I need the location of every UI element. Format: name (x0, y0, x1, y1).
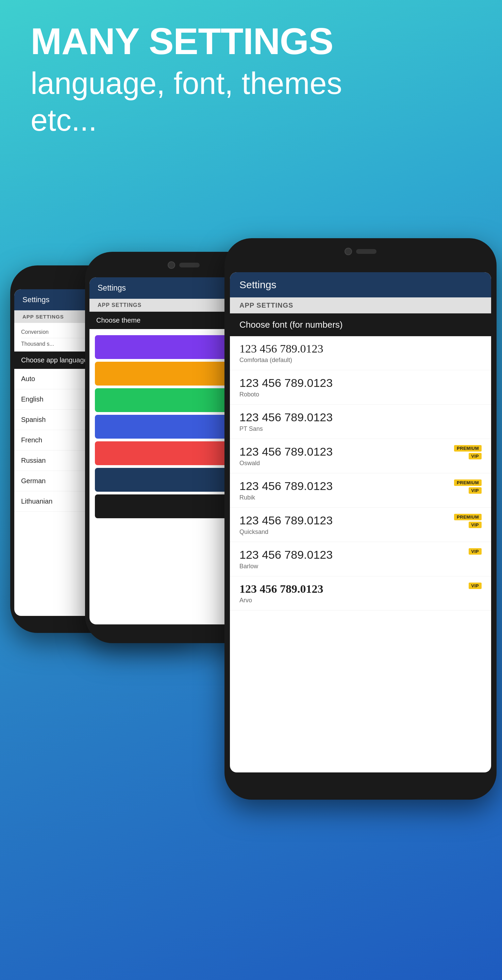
font-sample-comfortaa: 123 456 789.0123 (240, 342, 481, 355)
phones-container: Settings APP SETTINGS Conversion Thousan… (10, 238, 492, 953)
phone-2-speaker (179, 263, 200, 267)
font-item-quicksand[interactable]: 123 456 789.0123 Quicksand PREMIUM VIP (230, 508, 491, 542)
arvo-vip-badge: VIP (469, 582, 481, 589)
arvo-badges: VIP (469, 582, 481, 589)
font-name-comfortaa: Comfortaa (default) (240, 356, 481, 364)
font-name-arvo: Arvo (240, 597, 481, 604)
main-subtitle: language, font, themesetc... (30, 65, 342, 138)
font-item-comfortaa[interactable]: 123 456 789.0123 Comfortaa (default) (230, 336, 491, 370)
font-sample-ptsans: 123 456 789.0123 (240, 411, 481, 424)
phone-2-notch (168, 261, 200, 269)
phone-3-notch (345, 248, 376, 255)
font-item-roboto[interactable]: 123 456 789.0123 Roboto (230, 370, 491, 404)
quicksand-vip-badge: VIP (469, 522, 481, 528)
phone-3-section: APP SETTINGS (230, 298, 491, 313)
font-name-ptsans: PT Sans (240, 425, 481, 433)
barlow-vip-badge: VIP (469, 548, 481, 555)
font-name-oswald: Oswald (240, 460, 481, 467)
font-item-rubik[interactable]: 123 456 789.0123 Rubik PREMIUM VIP (230, 473, 491, 508)
rubik-vip-badge: VIP (469, 487, 481, 494)
oswald-premium-badge: PREMIUM (454, 445, 481, 452)
font-sample-rubik: 123 456 789.0123 (240, 479, 481, 493)
rubik-premium-badge: PREMIUM (454, 479, 481, 486)
header-section: MANY SETTINGS language, font, themesetc.… (30, 21, 342, 138)
font-item-barlow[interactable]: 123 456 789.0123 Barlow VIP (230, 542, 491, 576)
font-name-rubik: Rubik (240, 494, 481, 501)
main-title: MANY SETTINGS (30, 21, 342, 62)
oswald-vip-badge: VIP (469, 453, 481, 460)
font-name-barlow: Barlow (240, 563, 481, 570)
font-item-arvo[interactable]: 123 456 789.0123 Arvo VIP (230, 576, 491, 611)
font-sample-arvo: 123 456 789.0123 (240, 582, 481, 595)
font-item-ptsans[interactable]: 123 456 789.0123 PT Sans (230, 404, 491, 439)
font-name-roboto: Roboto (240, 391, 481, 398)
font-dropdown-label: Choose font (for numbers) (240, 320, 481, 330)
font-sample-oswald: 123 456 789.0123 (240, 445, 481, 458)
phone-3-settings-bar: Settings (230, 272, 491, 298)
phone-3-screen: Settings APP SETTINGS Choose font (for n… (230, 272, 491, 772)
font-sample-barlow: 123 456 789.0123 (240, 548, 481, 562)
quicksand-badges: PREMIUM VIP (454, 514, 481, 528)
phone-3-speaker (356, 249, 376, 254)
phone-3-section-label: APP SETTINGS (240, 301, 481, 309)
rubik-badges: PREMIUM VIP (454, 479, 481, 494)
font-sample-roboto: 123 456 789.0123 (240, 376, 481, 390)
barlow-badges: VIP (469, 548, 481, 555)
font-dropdown-header: Choose font (for numbers) (230, 313, 491, 336)
font-name-quicksand: Quicksand (240, 528, 481, 536)
oswald-badges: PREMIUM VIP (454, 445, 481, 460)
font-sample-quicksand: 123 456 789.0123 (240, 514, 481, 527)
font-item-oswald[interactable]: 123 456 789.0123 Oswald PREMIUM VIP (230, 439, 491, 473)
quicksand-premium-badge: PREMIUM (454, 514, 481, 520)
phone-3-title: Settings (240, 279, 481, 291)
phone-2-camera (168, 261, 175, 269)
phone-3-camera (345, 248, 352, 255)
phone-font: Settings APP SETTINGS Choose font (for n… (224, 238, 497, 800)
